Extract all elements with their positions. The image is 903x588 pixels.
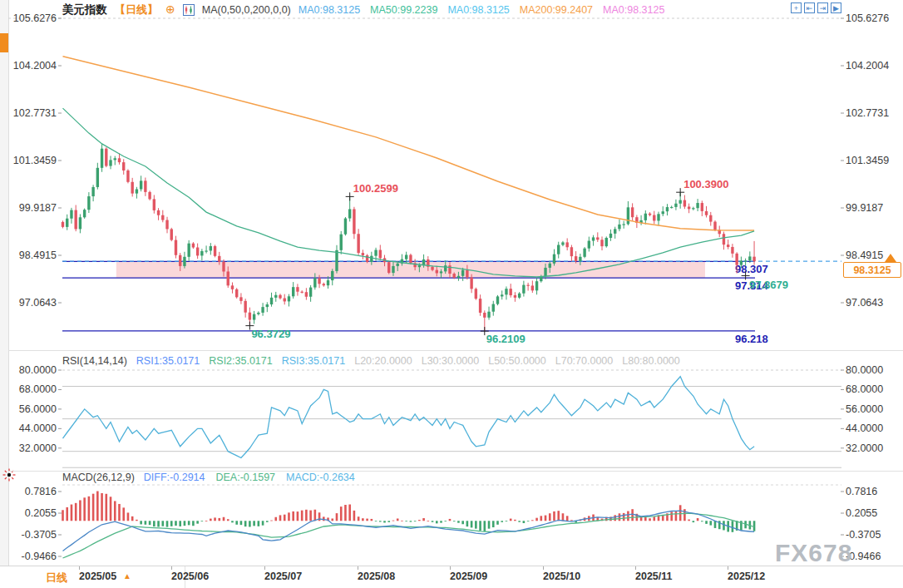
- price-annotation: 96.2109: [486, 333, 526, 345]
- axis-label: 80.0000: [846, 364, 883, 376]
- symbol-title: 美元指数: [62, 2, 107, 17]
- time-label: 2025/09: [450, 571, 487, 582]
- axis-label: 56.0000: [846, 403, 883, 415]
- axis-label: 104.2004: [13, 60, 57, 72]
- gridlines: [8, 18, 841, 485]
- macd-value: DEA:-0.1597: [215, 472, 275, 483]
- rsi-title: RSI(14,14,14): [62, 355, 127, 367]
- ma-value: MA0:98.3125: [603, 4, 664, 16]
- time-label: 2025/06: [171, 571, 209, 582]
- rsi-level: L80:80.0000: [622, 355, 680, 367]
- chart-toolbar: +⇤⇥▶: [791, 2, 841, 13]
- rsi-value: RSI1:35.0171: [136, 355, 200, 367]
- macd-values: DIFF:-0.2914DEA:-0.1597MACD:-0.2634: [144, 472, 355, 483]
- ma-value: MA200:99.2407: [520, 4, 593, 16]
- time-axis-bar: 日线 ▲ 2025/052025/062025/072025/082025/09…: [0, 566, 903, 588]
- axis-label: 32.0000: [19, 442, 57, 454]
- last-price-badge: 98.3125: [843, 262, 901, 278]
- time-tick: [450, 566, 451, 570]
- price-annotation: 100.2599: [353, 182, 398, 195]
- axis-label: 97.0643: [19, 297, 57, 309]
- price-annotation: 97.8679: [749, 279, 788, 291]
- expand-time-axis-icon[interactable]: ⇥: [817, 2, 828, 13]
- axis-label: 97.0643: [846, 297, 883, 309]
- macd-value: MACD:-0.2634: [286, 472, 355, 483]
- axis-label: 0.7816: [25, 486, 57, 497]
- time-label: 2025/08: [358, 571, 395, 582]
- macd-title: MACD(26,12,9): [62, 472, 135, 483]
- price-annotation: 100.3900: [683, 178, 728, 190]
- rsi-levels: L20:20.0000L30:30.0000L50:50.0000L70:70.…: [354, 355, 680, 367]
- ma-value: MA0:98.3125: [447, 4, 509, 16]
- time-tick: [79, 566, 80, 570]
- axis-label: 0.2055: [25, 507, 57, 519]
- chevron-up-icon: ▲: [123, 571, 131, 581]
- time-tick: [635, 566, 636, 570]
- axis-label: -0.3705: [22, 529, 57, 541]
- candles-layer: [62, 144, 756, 331]
- axis-label: 0.7816: [846, 486, 877, 497]
- price-line-label: 96.218: [735, 333, 768, 345]
- ma-value: MA0:98.3125: [299, 4, 360, 16]
- axis-label: 44.0000: [19, 422, 57, 434]
- macd-value: DIFF:-0.2914: [144, 472, 205, 483]
- time-label: 2025/07: [264, 571, 302, 582]
- rsi-value: RSI3:35.0171: [282, 355, 345, 367]
- time-tick: [358, 566, 358, 570]
- rsi-level: L70:70.0000: [555, 355, 614, 367]
- axis-label: 80.0000: [19, 364, 57, 376]
- axis-label: 102.7731: [13, 107, 57, 119]
- macd-layer: [62, 492, 755, 558]
- axis-label: -0.9466: [22, 551, 57, 562]
- axis-label: 101.3459: [846, 155, 889, 166]
- time-tick: [171, 566, 172, 570]
- rsi-level: L50:50.0000: [488, 355, 546, 367]
- axis-label: 32.0000: [846, 442, 883, 454]
- rsi-values: RSI1:35.0171RSI2:35.0171RSI3:35.0171: [136, 355, 345, 367]
- rsi-level: L30:30.0000: [422, 355, 480, 367]
- axis-label: 56.0000: [19, 403, 57, 415]
- axis-label: 101.3459: [13, 155, 57, 166]
- time-tick: [264, 566, 265, 570]
- trading-chart-app: 美元指数 【日线】 ⊕ MA(0,50,0,200,0,0) MA0:98.31…: [0, 0, 903, 588]
- rsi-header: RSI(14,14,14) RSI1:35.0171RSI2:35.0171RS…: [62, 355, 680, 367]
- axis-label: 44.0000: [846, 422, 883, 434]
- jump-to-latest-icon[interactable]: ▶: [831, 2, 841, 13]
- axis-label: 0.2055: [846, 507, 877, 519]
- axis-label: 98.4915: [846, 250, 883, 261]
- candlestick-chart-icon[interactable]: [183, 4, 195, 16]
- ma-lines: [63, 57, 755, 277]
- axis-label: 104.2004: [846, 60, 889, 72]
- axis-label: 98.4915: [19, 250, 57, 261]
- watermark: FX678: [775, 539, 852, 567]
- rsi-level: L20:20.0000: [354, 355, 412, 367]
- time-label: 2025/05: [79, 571, 116, 582]
- macd-header: MACD(26,12,9) DIFF:-0.2914DEA:-0.1597MAC…: [62, 472, 355, 483]
- ma-settings-label: MA(0,50,0,200,0,0): [202, 4, 291, 16]
- period-tag[interactable]: 【日线】: [115, 2, 158, 17]
- axis-label: 105.6276: [13, 12, 57, 24]
- time-label: 2025/10: [543, 571, 580, 582]
- price-annotation: 96.3729: [251, 328, 290, 340]
- add-indicator-icon[interactable]: ⊕: [165, 4, 175, 15]
- time-label: 2025/12: [728, 571, 765, 582]
- chart-header: 美元指数 【日线】 ⊕ MA(0,50,0,200,0,0) MA0:98.31…: [62, 2, 664, 17]
- axis-label: 68.0000: [846, 383, 883, 395]
- time-tick: [728, 566, 728, 570]
- pan-icon[interactable]: +: [791, 2, 802, 13]
- axis-label: 99.9187: [19, 202, 57, 214]
- rsi-value: RSI2:35.0171: [209, 355, 272, 367]
- time-tick: [543, 566, 544, 570]
- axis-label: 99.9187: [846, 202, 883, 214]
- chart-canvas[interactable]: 105.6276105.6276104.2004104.2004102.7731…: [0, 0, 903, 588]
- compress-time-axis-icon[interactable]: ⇤: [804, 2, 815, 13]
- axis-label: 102.7731: [846, 107, 889, 119]
- period-label: 日线: [46, 571, 67, 586]
- ma-values: MA0:98.3125MA50:99.2239MA0:98.3125MA200:…: [299, 4, 665, 16]
- axis-label: 105.6276: [846, 12, 889, 24]
- price-alert-arrow-icon[interactable]: [885, 254, 896, 262]
- axis-label: 68.0000: [19, 383, 57, 395]
- time-label: 2025/11: [635, 571, 673, 582]
- rsi-line: [63, 377, 755, 458]
- ma-value: MA50:99.2239: [370, 4, 437, 16]
